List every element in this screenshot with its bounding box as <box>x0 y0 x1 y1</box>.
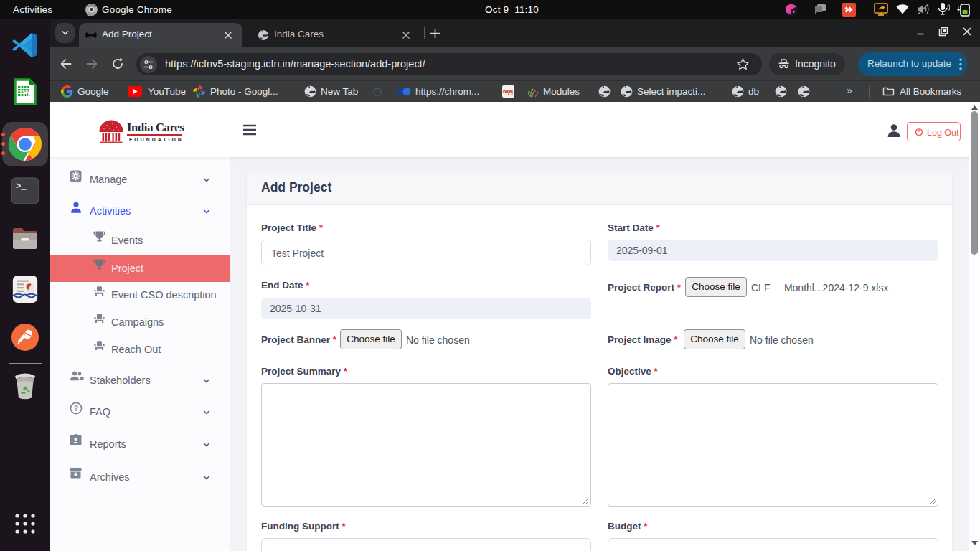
svg-text:?: ? <box>74 405 78 413</box>
svg-text:>_: >_ <box>16 182 27 192</box>
